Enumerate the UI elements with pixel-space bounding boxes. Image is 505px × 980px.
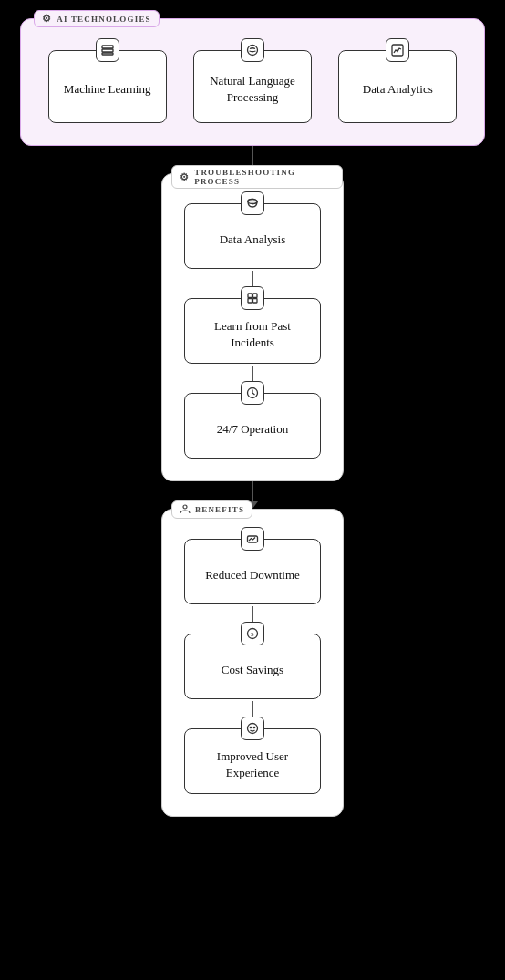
data-analytics-icon — [386, 38, 409, 62]
benefits-label-icon — [180, 503, 191, 516]
data-analysis-icon — [241, 191, 264, 215]
data-analysis-label: Data Analysis — [220, 232, 286, 248]
operation-card: 24/7 Operation — [184, 393, 321, 459]
connector-line-1 — [252, 146, 253, 166]
user-experience-card: Improved User Experience — [184, 728, 321, 794]
ai-label-icon: ⚙ — [42, 13, 52, 25]
nlp-label: Natural Language Processing — [201, 73, 304, 106]
svg-rect-4 — [392, 45, 403, 56]
benefits-section: BENEFITS Reduced Downtime $ — [161, 509, 344, 817]
troubleshooting-label-icon: ⚙ — [180, 171, 190, 183]
nlp-card: Natural Language Processing — [193, 50, 312, 123]
svg-rect-10 — [253, 299, 258, 304]
cost-savings-card: $ Cost Savings — [184, 634, 321, 699]
operation-icon — [241, 381, 264, 405]
reduced-downtime-label: Reduced Downtime — [205, 567, 300, 583]
learn-incidents-icon — [241, 286, 264, 310]
diagram: ⚙ AI TECHNOLOGIES Machine Learning — [0, 18, 505, 817]
svg-point-18 — [253, 727, 254, 727]
svg-rect-9 — [248, 299, 252, 304]
user-experience-label: Improved User Experience — [192, 748, 313, 781]
svg-point-17 — [250, 727, 251, 727]
learn-incidents-card: Learn from Past Incidents — [184, 298, 321, 364]
reduced-downtime-icon — [241, 527, 264, 551]
user-experience-icon — [241, 717, 264, 740]
operation-label: 24/7 Operation — [217, 421, 288, 438]
data-analytics-label: Data Analytics — [363, 81, 433, 98]
troubleshooting-label: ⚙ TROUBLESHOOTING PROCESS — [171, 165, 343, 189]
nlp-icon — [241, 38, 264, 62]
svg-rect-2 — [102, 53, 113, 55]
data-analytics-card: Data Analytics — [338, 50, 457, 123]
svg-rect-8 — [253, 294, 258, 298]
ai-technologies-section: ⚙ AI TECHNOLOGIES Machine Learning — [20, 18, 485, 146]
troubleshooting-section: ⚙ TROUBLESHOOTING PROCESS Data Analysis — [161, 173, 344, 481]
learn-incidents-label: Learn from Past Incidents — [192, 318, 313, 351]
machine-learning-icon — [96, 38, 119, 62]
data-analysis-card: Data Analysis — [184, 203, 321, 269]
cost-savings-label: Cost Savings — [222, 662, 283, 678]
cost-savings-icon: $ — [241, 622, 264, 645]
ai-technologies-label: ⚙ AI TECHNOLOGIES — [34, 10, 160, 27]
svg-point-3 — [247, 46, 257, 56]
svg-point-16 — [248, 724, 258, 734]
benefits-label: BENEFITS — [171, 500, 252, 519]
ai-cards-row: Machine Learning Natural Language Proces… — [39, 50, 466, 123]
svg-rect-0 — [102, 46, 113, 48]
svg-point-12 — [183, 505, 187, 509]
connector-line-2 — [252, 481, 253, 501]
svg-rect-7 — [248, 294, 252, 298]
machine-learning-card: Machine Learning — [48, 50, 167, 123]
svg-rect-1 — [102, 49, 113, 52]
svg-text:$: $ — [251, 631, 254, 638]
svg-point-6 — [248, 200, 257, 204]
machine-learning-label: Machine Learning — [64, 81, 151, 98]
reduced-downtime-card: Reduced Downtime — [184, 539, 321, 604]
